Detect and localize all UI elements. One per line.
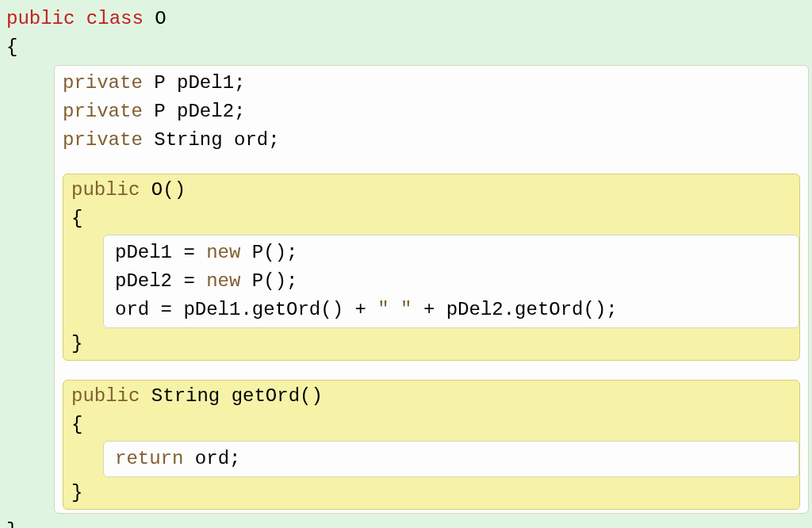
field-declaration-3: private String ord; bbox=[63, 126, 800, 155]
constructor-block: public O() { pDel1 = new P(); pDel2 = ne… bbox=[63, 174, 800, 361]
keyword-new: new bbox=[206, 270, 240, 292]
keyword-new: new bbox=[206, 242, 240, 263]
code-editor: public class O { private P pDel1; privat… bbox=[0, 0, 812, 528]
field-type: String bbox=[154, 129, 222, 151]
brace-open: { bbox=[63, 411, 799, 439]
field-name: pDel2 bbox=[177, 101, 234, 122]
brace-close: } bbox=[63, 330, 799, 358]
method-name: getOrd bbox=[232, 385, 300, 407]
brace-close: } bbox=[63, 479, 799, 507]
field-name: pDel1 bbox=[177, 72, 234, 94]
brace-open: { bbox=[6, 33, 809, 62]
field-name: ord bbox=[234, 129, 268, 151]
method-body: return ord; bbox=[103, 441, 799, 477]
ctor-line-3: ord = pDel1.getOrd() + " " + pDel2.getOr… bbox=[115, 296, 791, 324]
keyword-private: private bbox=[63, 129, 143, 151]
field-type: P bbox=[154, 72, 165, 94]
ctor-line-1: pDel1 = new P(); bbox=[115, 239, 791, 267]
field-declaration-1: private P pDel1; bbox=[63, 69, 800, 98]
field-declaration-2: private P pDel2; bbox=[63, 98, 800, 126]
ctor-line-2: pDel2 = new P(); bbox=[115, 267, 791, 296]
keyword-return: return bbox=[115, 448, 183, 469]
string-literal: " " bbox=[377, 299, 412, 320]
constructor-signature: public O() bbox=[63, 176, 799, 205]
constructor-name: O bbox=[151, 179, 163, 201]
keyword-public: public bbox=[71, 385, 140, 407]
class-name: O bbox=[155, 8, 166, 29]
method-block: public String getOrd() { return ord; } bbox=[63, 380, 800, 510]
keyword-public: public bbox=[71, 179, 140, 201]
return-type: String bbox=[151, 385, 220, 407]
brace-close: } bbox=[6, 517, 809, 528]
keyword-private: private bbox=[63, 101, 143, 122]
keyword-public: public bbox=[6, 8, 75, 29]
method-signature: public String getOrd() bbox=[63, 382, 799, 411]
return-statement: return ord; bbox=[115, 445, 791, 473]
class-declaration-line: public class O bbox=[6, 5, 809, 33]
field-type: P bbox=[154, 101, 165, 122]
parens: () bbox=[300, 385, 323, 407]
constructor-body: pDel1 = new P(); pDel2 = new P(); ord = … bbox=[103, 235, 799, 328]
brace-open: { bbox=[63, 205, 799, 233]
parens: () bbox=[163, 179, 186, 201]
class-body: private P pDel1; private P pDel2; privat… bbox=[54, 65, 809, 514]
keyword-private: private bbox=[63, 72, 143, 94]
keyword-class: class bbox=[86, 8, 144, 29]
